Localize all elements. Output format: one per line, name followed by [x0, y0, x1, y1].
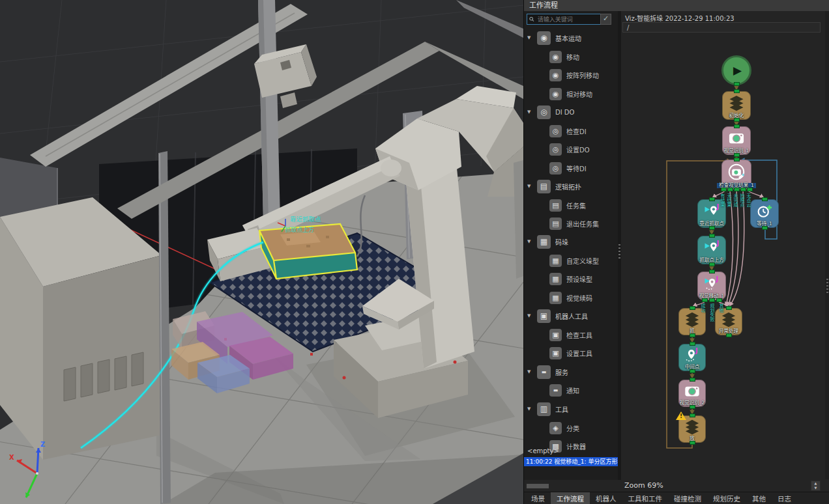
pallet-preset-icon	[549, 273, 562, 285]
output-port[interactable]	[734, 118, 740, 122]
tab-robot[interactable]: 机器人	[590, 492, 622, 504]
flow-node-above-pick-point[interactable]: J 抓取点上方	[697, 236, 726, 264]
filter-checkbox[interactable]	[600, 14, 611, 25]
edge-label: 未完成	[733, 193, 737, 207]
flow-node-start[interactable]: ▶	[721, 55, 751, 85]
flow-node-initialize[interactable]: 初始化	[722, 91, 751, 120]
tree-item-preset-pattern[interactable]: 预设垛型	[524, 270, 618, 288]
tree-group-logic[interactable]: ▼逻辑拓扑	[524, 177, 618, 195]
output-port[interactable]	[734, 188, 740, 191]
output-port[interactable]	[726, 333, 732, 337]
tab-log[interactable]: 日志	[772, 492, 797, 504]
tree-group-robot-tool[interactable]: ▼机器人工具	[524, 307, 618, 325]
chevron-down-icon: ▼	[527, 313, 532, 318]
output-port[interactable]	[702, 298, 708, 302]
flow-node-place[interactable]: 放	[678, 415, 706, 443]
tree-item-relative-move[interactable]: 相对移动	[524, 85, 618, 103]
input-port[interactable]	[734, 158, 740, 161]
tab-others[interactable]: 其他	[746, 492, 772, 504]
input-port[interactable]	[709, 197, 715, 201]
breadcrumb[interactable]: /	[622, 22, 821, 33]
app-window: 靠近抓取点 抓取点上方 X Z 工作流程 ▼基本运动 移动 按阵列移动 相对移动…	[0, 0, 829, 504]
flow-node-vision-move[interactable]: J 视觉移动_1	[697, 272, 726, 300]
waypoint-label-above: 抓取点上方	[285, 226, 314, 233]
layers-icon	[720, 311, 738, 328]
search-box[interactable]	[527, 14, 601, 25]
output-port[interactable]	[734, 153, 740, 157]
canvas-footer: Zoom 69% ▲▼	[524, 480, 829, 492]
tool-set-icon	[549, 347, 562, 359]
tree-item-wait-di[interactable]: 等待DI	[524, 159, 618, 177]
input-port[interactable]	[709, 234, 715, 238]
output-port[interactable]	[690, 333, 695, 337]
output-port[interactable]	[762, 226, 768, 230]
edge-label: 无点云	[746, 193, 750, 207]
tree-group-palletizing[interactable]: ▼码垛	[524, 232, 618, 251]
tree-item-vision-continue[interactable]: 视觉续码	[524, 288, 618, 307]
tab-scene[interactable]: 场景	[525, 492, 551, 504]
tree-item-set-tool[interactable]: 设置工具	[524, 344, 618, 362]
right-scrollbar[interactable]	[825, 11, 829, 479]
pin-array-icon	[549, 69, 562, 81]
tree-item-task-set[interactable]: 任务集	[524, 196, 618, 214]
flow-node-mid-point[interactable]: J 中间点	[678, 344, 706, 371]
input-port[interactable]	[726, 306, 732, 310]
output-port[interactable]	[740, 188, 746, 191]
zoom-stepper[interactable]: ▲▼	[811, 481, 821, 491]
input-port[interactable]	[709, 270, 715, 273]
svg-text:J: J	[716, 203, 720, 210]
edge-label: 规划失败	[709, 303, 714, 322]
output-port[interactable]	[690, 441, 695, 445]
tree-item-array-move[interactable]: 按阵列移动	[524, 66, 618, 84]
output-port[interactable]	[747, 188, 753, 191]
output-port[interactable]	[716, 298, 722, 302]
wait-clock-icon	[755, 202, 774, 220]
output-port[interactable]	[709, 226, 715, 230]
edge-label: 无结果	[726, 193, 731, 207]
chevron-down-icon: ▼	[527, 35, 532, 40]
tree-item-check-di[interactable]: 检查DI	[524, 122, 618, 140]
tab-tools-workpieces[interactable]: 工具和工件	[622, 492, 669, 504]
output-port[interactable]	[709, 262, 715, 266]
tree-item-custom-pattern[interactable]: 自定义垛型	[524, 251, 618, 270]
tree-group-basic-motion[interactable]: ▼基本运动	[524, 29, 618, 47]
3d-viewport[interactable]: 靠近抓取点 抓取点上方 X Z	[0, 0, 523, 504]
tree-group-service[interactable]: ▼服务	[524, 363, 618, 381]
input-port[interactable]	[690, 378, 695, 382]
flow-node-wait[interactable]: 等待_1	[750, 199, 779, 228]
log-highlight-entry[interactable]: 11:00:22 视觉移动_1: 单分区方形	[524, 457, 618, 466]
input-port[interactable]	[734, 89, 740, 93]
output-port[interactable]	[709, 298, 715, 302]
horizontal-scrollbar[interactable]	[527, 484, 549, 488]
di-wait-icon	[549, 162, 562, 175]
output-port[interactable]	[690, 369, 695, 373]
flow-node-vision-recognition-1[interactable]: 视觉识别_1	[722, 126, 751, 155]
input-port[interactable]	[690, 306, 695, 310]
tree-item-notify[interactable]: 通知	[524, 381, 618, 399]
input-port[interactable]	[734, 124, 740, 128]
output-port[interactable]	[721, 188, 727, 191]
flowchart-canvas[interactable]: Viz-智能拆垛 2022-12-29 11:00:23 /	[621, 11, 824, 479]
tree-item-classify[interactable]: 分类	[524, 419, 618, 437]
tree-group-tools[interactable]: ▼工具	[524, 400, 618, 418]
project-title: Viz-智能拆垛 2022-12-29 11:00:23	[625, 13, 734, 23]
input-port[interactable]	[762, 197, 768, 201]
tab-planning-history[interactable]: 规划历史	[707, 492, 746, 504]
tree-item-exit-task-set[interactable]: 退出任务集	[524, 214, 618, 232]
output-port[interactable]	[734, 82, 740, 86]
tree-group-di-do[interactable]: ▼DI DO	[524, 103, 618, 121]
output-port[interactable]	[690, 405, 695, 409]
flow-node-vision-recognition-2[interactable]: 视觉识别_2	[678, 380, 706, 407]
input-port[interactable]	[690, 342, 695, 346]
pin-icon	[537, 31, 551, 45]
camera-icon	[684, 382, 701, 400]
tab-workflow[interactable]: 工作流程	[551, 492, 590, 504]
tree-item-set-do[interactable]: 设置DO	[524, 140, 618, 158]
flow-node-check-vision-result[interactable]: 检查视觉结果_1	[721, 160, 751, 189]
tree-item-move[interactable]: 移动	[524, 48, 618, 66]
tree-item-check-tool[interactable]: 检查工具	[524, 326, 618, 344]
tab-collision-detection[interactable]: 碰撞检测	[668, 492, 707, 504]
search-input[interactable]	[536, 16, 598, 23]
input-port[interactable]	[690, 413, 695, 417]
output-port[interactable]	[727, 188, 733, 191]
